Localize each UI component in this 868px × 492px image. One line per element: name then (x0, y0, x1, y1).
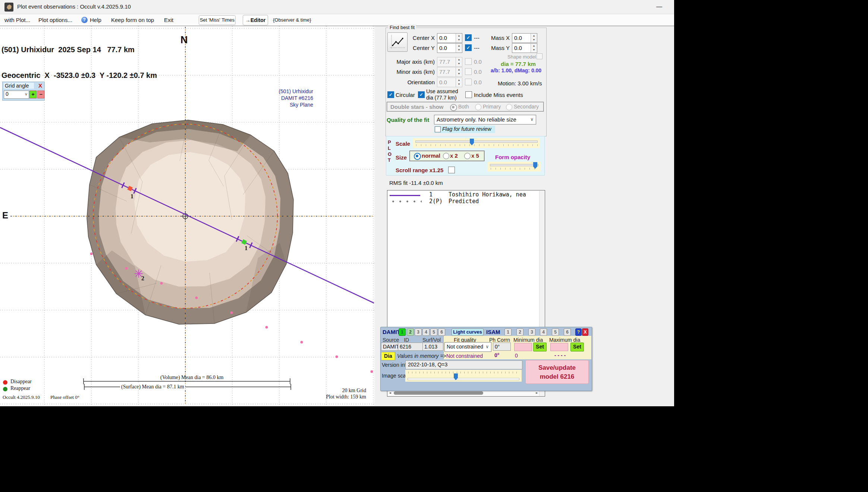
chord2-dotted-sample (390, 200, 422, 203)
max-dia-set-button[interactable]: Set (570, 343, 584, 351)
plot-header-line1: (501) Urhixidur 2025 Sep 14 77.7 km (1, 45, 157, 54)
size-x2-radio[interactable] (443, 153, 449, 159)
mass-y-input[interactable]: 0.0 ▲▼ (512, 43, 537, 53)
app-icon (4, 3, 13, 12)
scroll-left-icon[interactable]: ◄ (389, 391, 391, 395)
mass-x-input[interactable]: 0.0 ▲▼ (512, 33, 537, 43)
rms-fit-text: RMS fit -11.4 ±0.0 km (389, 180, 443, 186)
observer-time-label[interactable]: {Observer & time} (273, 17, 311, 23)
grid-angle-select[interactable]: 0 ∨ (4, 91, 29, 99)
mass-x-spinner-icons[interactable]: ▲▼ (531, 34, 537, 42)
circular-checkbox[interactable]: ✓ (387, 91, 394, 98)
help-button[interactable]: ? (575, 328, 582, 336)
scrollbar-thumb[interactable] (394, 391, 483, 395)
double-stars-group: Double stars - show Both Primary Seconda… (387, 102, 544, 112)
double-stars-label: Double stars - show (390, 104, 444, 110)
obs-row1-num[interactable]: 1 (429, 191, 433, 198)
menu-bar: with Plot... Plot options... ? Help Keep… (0, 14, 674, 26)
grid-angle-minus-button[interactable]: − (37, 91, 44, 98)
help-icon[interactable]: ? (81, 17, 88, 23)
obs-row2-name[interactable]: Predicted (449, 198, 479, 205)
menu-with-plot[interactable]: with Plot... (4, 17, 30, 23)
quality-label: Quality of the fit (387, 117, 429, 123)
quality-select[interactable]: Astrometry only. No reliable size ∨ (434, 115, 536, 124)
volume-bar-label: (Volume) Mean dia = 86.0 km (160, 375, 223, 381)
menu-help[interactable]: Help (90, 17, 101, 23)
orientation-checkbox (465, 79, 472, 85)
include-miss-checkbox[interactable] (465, 91, 472, 98)
size-x2-label: x 2 (450, 152, 458, 159)
minimize-button[interactable]: — (652, 1, 667, 12)
mass-y-spinner-icons[interactable]: ▲▼ (531, 44, 537, 53)
dia-text: dia = 77.7 km (501, 61, 536, 67)
center-y-checkbox[interactable]: ✓ (465, 44, 472, 51)
size-x5-label: x 5 (471, 152, 479, 159)
screenshot-root: { "window": {"title": "Plot event observ… (0, 0, 868, 492)
grid-angle-value: 0 (6, 91, 9, 97)
menu-keep-on-top[interactable]: Keep form on top (111, 17, 154, 23)
scale-slider[interactable] (413, 138, 540, 148)
menu-exit[interactable]: Exit (164, 17, 173, 23)
isam-tab-6[interactable]: 6 (564, 328, 571, 336)
isam-tab-2[interactable]: 2 (516, 328, 523, 336)
damit-tab-1[interactable]: 1 (399, 328, 406, 336)
close-button[interactable]: X (582, 328, 588, 336)
grid-angle-close-icon[interactable]: X (38, 82, 42, 89)
form-opacity-label: Form opacity (495, 154, 530, 160)
isam-tab-1[interactable]: 1 (504, 328, 512, 336)
use-assumed-checkbox[interactable]: ✓ (418, 91, 425, 98)
plot-letter-l: L (388, 145, 391, 151)
double-stars-secondary-radio (506, 104, 512, 110)
shape-model-label: Shape model (507, 54, 536, 60)
menu-plot-options[interactable]: Plot options... (38, 17, 72, 23)
center-x-checkbox[interactable]: ✓ (465, 34, 472, 41)
light-curves-button[interactable]: Light curves (452, 328, 484, 336)
editor-button[interactable]: →Editor (243, 15, 268, 25)
size-normal-radio[interactable] (414, 153, 421, 160)
damit-tab-2[interactable]: 2 (407, 328, 414, 336)
image-scale-slider[interactable] (405, 370, 522, 382)
form-opacity-slider[interactable] (488, 162, 541, 171)
size-normal-label: normal (422, 152, 440, 159)
damit-tab-6[interactable]: 6 (438, 328, 445, 336)
center-y-spinner-icons[interactable]: ▲▼ (456, 44, 462, 53)
center-x-input[interactable]: 0.0 ▲▼ (437, 33, 462, 43)
sky-plane-plot[interactable]: 1 1 2 (501) Urhixidur 2025 Sep 14 77.7 k… (0, 26, 375, 406)
north-label: N (180, 34, 188, 46)
isam-tab-5[interactable]: 5 (552, 328, 559, 336)
scroll-right-icon[interactable]: ► (536, 391, 538, 395)
grid-angle-plus-button[interactable]: + (29, 91, 37, 98)
double-stars-secondary-label: Secondary (514, 104, 539, 110)
max-dia-field[interactable] (550, 343, 568, 351)
min-dia-field[interactable] (514, 343, 532, 351)
isam-tab-4[interactable]: 4 (540, 328, 547, 336)
mass-y-value: 0.0 (514, 45, 522, 51)
damit-tab-4[interactable]: 4 (422, 328, 430, 336)
damit-tab-5[interactable]: 5 (430, 328, 437, 336)
save-update-button[interactable]: Save/update model 6216 (525, 360, 589, 384)
size-x5-radio[interactable] (464, 153, 471, 159)
fit-quality-select[interactable]: Not constrained ∨ (444, 342, 491, 352)
damit-tab-3[interactable]: 3 (415, 328, 422, 336)
mem-max: - - - - (554, 352, 566, 358)
id-value[interactable]: 6216 (398, 343, 423, 351)
set-miss-times-button[interactable]: Set 'Miss' Times (199, 15, 236, 25)
legend-reappear: Reappear (10, 385, 30, 391)
isam-tab-3[interactable]: 3 (528, 328, 535, 336)
shape-model-checkbox (537, 53, 542, 59)
run-fit-button[interactable] (387, 32, 408, 52)
version-info-input[interactable]: 2022-10-18, Q=3 (405, 360, 522, 369)
min-dia-set-button[interactable]: Set (533, 343, 547, 351)
size-radio-group: normal x 2 x 5 (409, 151, 485, 161)
disappear-dot-icon (3, 380, 7, 385)
center-y-input[interactable]: 0.0 ▲▼ (437, 43, 462, 53)
obs-row2-num[interactable]: 2(P) (429, 198, 443, 205)
center-x-spinner-icons[interactable]: ▲▼ (456, 34, 462, 42)
scroll-range-checkbox[interactable] (448, 167, 455, 173)
obs-row1-name[interactable]: Toshihiro Horikawa, nea (449, 191, 526, 198)
control-panel: Find best fit Center X 0.0 ▲▼ ✓ --- Mass… (374, 26, 674, 406)
ph-corrn-value[interactable]: 0° (493, 343, 511, 351)
dia-button[interactable]: Dia (381, 352, 395, 360)
scale-label: Scale (396, 141, 410, 147)
flag-review-checkbox[interactable] (435, 126, 441, 132)
